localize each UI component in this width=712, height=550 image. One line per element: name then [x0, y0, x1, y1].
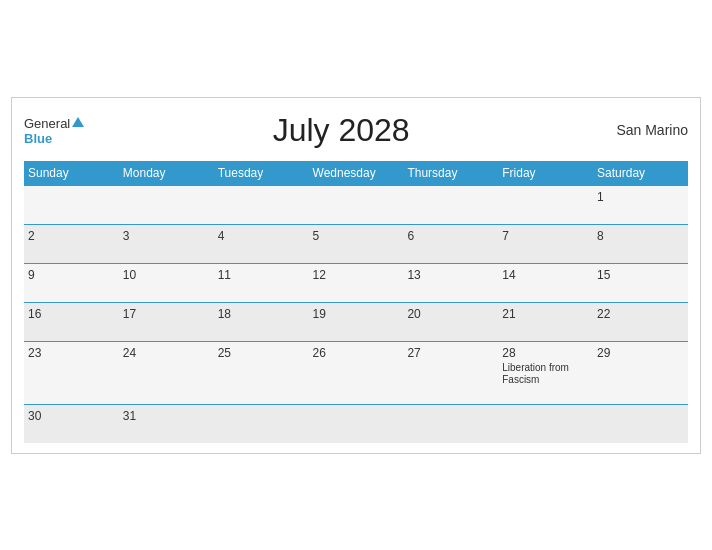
day-number: 15 — [597, 268, 684, 282]
calendar-cell: 18 — [214, 302, 309, 341]
day-number: 16 — [28, 307, 115, 321]
day-number: 25 — [218, 346, 305, 360]
day-number: 13 — [407, 268, 494, 282]
day-number: 20 — [407, 307, 494, 321]
calendar-cell: 26 — [309, 341, 404, 404]
calendar-cell — [214, 185, 309, 224]
day-number: 9 — [28, 268, 115, 282]
day-number: 28 — [502, 346, 589, 360]
day-number: 14 — [502, 268, 589, 282]
calendar-cell: 31 — [119, 404, 214, 443]
calendar-cell — [214, 404, 309, 443]
calendar-body: 1234567891011121314151617181920212223242… — [24, 185, 688, 443]
calendar-cell — [403, 404, 498, 443]
day-number: 7 — [502, 229, 589, 243]
day-number: 29 — [597, 346, 684, 360]
calendar-cell: 6 — [403, 224, 498, 263]
calendar-cell — [119, 185, 214, 224]
calendar-cell: 17 — [119, 302, 214, 341]
day-number: 10 — [123, 268, 210, 282]
calendar-cell: 25 — [214, 341, 309, 404]
calendar-cell: 7 — [498, 224, 593, 263]
calendar-cell: 8 — [593, 224, 688, 263]
day-number: 4 — [218, 229, 305, 243]
day-number: 19 — [313, 307, 400, 321]
calendar-cell: 27 — [403, 341, 498, 404]
country-label: San Marino — [598, 122, 688, 138]
calendar-cell: 1 — [593, 185, 688, 224]
calendar-cell — [498, 404, 593, 443]
weekday-header-saturday: Saturday — [593, 161, 688, 186]
day-number: 22 — [597, 307, 684, 321]
calendar-week-row: 16171819202122 — [24, 302, 688, 341]
day-number: 18 — [218, 307, 305, 321]
calendar-cell: 4 — [214, 224, 309, 263]
calendar-cell: 10 — [119, 263, 214, 302]
calendar-cell: 12 — [309, 263, 404, 302]
logo: General Blue — [24, 114, 84, 146]
day-number: 2 — [28, 229, 115, 243]
calendar-cell: 30 — [24, 404, 119, 443]
day-number: 31 — [123, 409, 210, 423]
calendar-cell — [309, 404, 404, 443]
calendar-table: SundayMondayTuesdayWednesdayThursdayFrid… — [24, 161, 688, 443]
calendar-cell: 9 — [24, 263, 119, 302]
day-number: 30 — [28, 409, 115, 423]
calendar-cell: 20 — [403, 302, 498, 341]
weekday-header-thursday: Thursday — [403, 161, 498, 186]
day-number: 24 — [123, 346, 210, 360]
weekday-header-sunday: Sunday — [24, 161, 119, 186]
day-number: 27 — [407, 346, 494, 360]
logo-triangle-icon — [72, 117, 84, 127]
calendar-cell — [309, 185, 404, 224]
day-number: 3 — [123, 229, 210, 243]
weekday-header-monday: Monday — [119, 161, 214, 186]
event-label: Liberation from Fascism — [502, 362, 589, 386]
calendar-cell: 5 — [309, 224, 404, 263]
calendar-cell: 29 — [593, 341, 688, 404]
logo-blue: Blue — [24, 132, 84, 146]
calendar-cell: 19 — [309, 302, 404, 341]
calendar-header: General Blue July 2028 San Marino — [24, 108, 688, 153]
calendar-cell: 22 — [593, 302, 688, 341]
calendar-week-row: 2345678 — [24, 224, 688, 263]
weekday-header-wednesday: Wednesday — [309, 161, 404, 186]
calendar-cell: 14 — [498, 263, 593, 302]
calendar-cell: 11 — [214, 263, 309, 302]
day-number: 1 — [597, 190, 684, 204]
calendar-cell: 24 — [119, 341, 214, 404]
calendar-week-row: 3031 — [24, 404, 688, 443]
calendar-container: General Blue July 2028 San Marino Sunday… — [11, 97, 701, 454]
calendar-cell: 3 — [119, 224, 214, 263]
calendar-cell: 21 — [498, 302, 593, 341]
weekday-header-row: SundayMondayTuesdayWednesdayThursdayFrid… — [24, 161, 688, 186]
day-number: 5 — [313, 229, 400, 243]
calendar-cell: 28Liberation from Fascism — [498, 341, 593, 404]
calendar-cell — [24, 185, 119, 224]
logo-general: General — [24, 114, 84, 132]
day-number: 21 — [502, 307, 589, 321]
calendar-cell: 15 — [593, 263, 688, 302]
calendar-week-row: 9101112131415 — [24, 263, 688, 302]
calendar-cell: 23 — [24, 341, 119, 404]
day-number: 23 — [28, 346, 115, 360]
day-number: 26 — [313, 346, 400, 360]
calendar-cell — [403, 185, 498, 224]
calendar-week-row: 1 — [24, 185, 688, 224]
month-title: July 2028 — [84, 112, 598, 149]
calendar-week-row: 232425262728Liberation from Fascism29 — [24, 341, 688, 404]
day-number: 11 — [218, 268, 305, 282]
day-number: 6 — [407, 229, 494, 243]
weekday-header-tuesday: Tuesday — [214, 161, 309, 186]
day-number: 12 — [313, 268, 400, 282]
calendar-cell — [593, 404, 688, 443]
calendar-cell: 2 — [24, 224, 119, 263]
day-number: 8 — [597, 229, 684, 243]
calendar-header-row: SundayMondayTuesdayWednesdayThursdayFrid… — [24, 161, 688, 186]
calendar-cell — [498, 185, 593, 224]
calendar-cell: 16 — [24, 302, 119, 341]
weekday-header-friday: Friday — [498, 161, 593, 186]
day-number: 17 — [123, 307, 210, 321]
calendar-cell: 13 — [403, 263, 498, 302]
